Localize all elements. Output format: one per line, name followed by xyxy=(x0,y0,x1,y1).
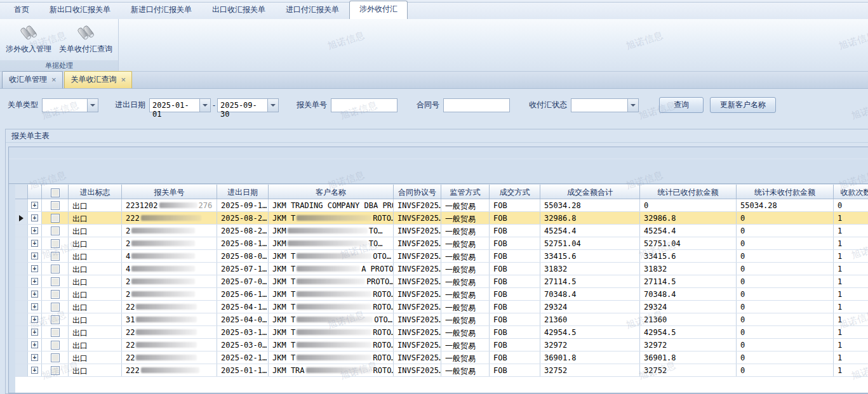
column-header-5[interactable]: 监管方式 xyxy=(441,185,490,199)
doc-tab-0[interactable]: 收汇单管理× xyxy=(2,71,63,88)
column-header-3[interactable]: 客户名称 xyxy=(269,185,394,199)
plus-box-icon[interactable]: + xyxy=(31,367,38,374)
checkbox-icon[interactable] xyxy=(51,265,60,273)
row-checkbox[interactable] xyxy=(42,250,69,262)
chevron-down-icon[interactable] xyxy=(87,99,98,112)
column-header-7[interactable]: 成交金额合计 xyxy=(540,185,640,199)
plus-box-icon[interactable]: + xyxy=(31,329,38,336)
row-checkbox[interactable] xyxy=(42,212,69,224)
row-checkbox[interactable] xyxy=(42,225,69,237)
row-checkbox[interactable] xyxy=(42,263,69,275)
row-expand-button[interactable]: + xyxy=(28,237,42,249)
table-row[interactable]: + 出口 222 2025-08-2… JKM TROTO… INVSF2025… xyxy=(15,212,868,225)
row-expand-button[interactable]: + xyxy=(28,301,42,313)
column-header-6[interactable]: 成交方式 xyxy=(490,185,540,199)
chevron-down-icon[interactable] xyxy=(267,99,278,112)
plus-box-icon[interactable]: + xyxy=(31,240,38,247)
chevron-down-icon[interactable] xyxy=(199,99,210,112)
checkbox-icon[interactable] xyxy=(51,239,60,248)
chevron-down-icon[interactable] xyxy=(627,99,638,112)
table-row[interactable]: + 出口 2 2025-07-0… JKM TPROTO… INVSF2025…… xyxy=(15,275,868,288)
column-header-0[interactable]: 进出标志 xyxy=(69,185,122,199)
row-checkbox[interactable] xyxy=(42,364,69,376)
checkbox-icon[interactable] xyxy=(51,315,60,324)
ribbon-tab-2[interactable]: 新进口付汇报关单 xyxy=(121,1,202,19)
row-expand-button[interactable]: + xyxy=(28,351,42,364)
table-row[interactable]: + 出口 22 2025-03-0… JKM TROTO… INVSF2025…… xyxy=(15,339,868,351)
row-expand-button[interactable]: + xyxy=(28,313,42,325)
plus-box-icon[interactable]: + xyxy=(31,202,38,209)
row-expand-button[interactable]: + xyxy=(28,288,42,300)
row-expand-button[interactable]: + xyxy=(28,212,42,224)
column-header-9[interactable]: 统计未收付款金额 xyxy=(737,185,834,199)
table-row[interactable]: + 出口 222 2025-01-1… JKM TRAROTO… INVSF20… xyxy=(15,364,868,377)
row-expand-button[interactable]: + xyxy=(28,275,42,287)
column-header-4[interactable]: 合同协议号 xyxy=(394,185,441,199)
close-icon[interactable]: × xyxy=(121,77,126,83)
checkbox-icon[interactable] xyxy=(51,328,60,337)
plus-box-icon[interactable]: + xyxy=(31,278,38,285)
checkbox-icon[interactable] xyxy=(51,290,60,299)
plus-box-icon[interactable]: + xyxy=(31,303,38,310)
table-row[interactable]: + 出口 2 2025-06-1… JKM TROTO… INVSF2025… … xyxy=(15,288,868,301)
column-header-8[interactable]: 统计已收付款金额 xyxy=(640,185,737,199)
search-button[interactable]: 查询 xyxy=(659,97,704,113)
checkbox-icon[interactable] xyxy=(51,353,60,362)
date-from-picker[interactable]: 2025-01-01 xyxy=(149,98,211,112)
plus-box-icon[interactable]: + xyxy=(31,253,38,259)
table-row[interactable]: + 出口 2 2025-08-2… JKMTO… INVSF2025… 一般贸易… xyxy=(15,225,868,237)
decl-no-input[interactable] xyxy=(331,98,397,112)
table-row[interactable]: + 出口 2 2025-08-1… JKMTO… INVSF2025… 一般贸易… xyxy=(15,237,868,250)
doc-tab-1[interactable]: 关单收汇查询× xyxy=(64,71,133,88)
checkbox-icon[interactable] xyxy=(51,277,60,286)
table-row[interactable]: + 出口 4 2025-07-1… JKM TA PROTO… INVSF202… xyxy=(15,263,868,275)
row-checkbox[interactable] xyxy=(42,313,69,325)
row-expand-button[interactable]: + xyxy=(28,250,42,262)
ribbon-tab-4[interactable]: 进口付汇报关单 xyxy=(276,1,349,19)
row-checkbox[interactable] xyxy=(42,275,69,287)
ribbon-button-0[interactable]: 涉外收入管理 xyxy=(3,22,54,60)
table-row[interactable]: + 出口 4 2025-08-0… JKM TOTO… INVSF2025… 一… xyxy=(15,250,868,263)
ribbon-tab-3[interactable]: 出口收汇报关单 xyxy=(202,1,276,19)
plus-box-icon[interactable]: + xyxy=(31,214,38,221)
plus-box-icon[interactable]: + xyxy=(31,316,38,323)
row-checkbox[interactable] xyxy=(42,351,69,364)
ribbon-tab-1[interactable]: 新出口收汇报关单 xyxy=(39,1,121,19)
row-expand-button[interactable]: + xyxy=(28,339,42,351)
update-client-name-button[interactable]: 更新客户名称 xyxy=(710,97,776,113)
plus-box-icon[interactable]: + xyxy=(31,227,38,234)
row-expand-button[interactable]: + xyxy=(28,364,42,376)
column-header-10[interactable]: 收款次数 xyxy=(834,185,868,199)
row-checkbox[interactable] xyxy=(42,339,69,351)
row-checkbox[interactable] xyxy=(42,199,69,211)
checkbox-icon[interactable] xyxy=(51,303,60,312)
payment-status-combobox[interactable] xyxy=(571,98,639,112)
table-row[interactable]: + 出口 31 2025-04-0… JKM TOTO… INVSF2025… … xyxy=(15,313,868,326)
row-checkbox[interactable] xyxy=(42,326,69,338)
table-row[interactable]: + 出口 22 2025-02-1… JKM TROTO… INVSF2025…… xyxy=(15,351,868,364)
row-checkbox[interactable] xyxy=(42,301,69,313)
checkbox-icon[interactable] xyxy=(51,341,60,350)
checkbox-icon[interactable] xyxy=(51,366,60,375)
column-header-2[interactable]: 进出日期 xyxy=(217,185,269,199)
ribbon-button-1[interactable]: 关单收付汇查询 xyxy=(57,22,115,60)
checkbox-icon[interactable] xyxy=(51,188,60,197)
plus-box-icon[interactable]: + xyxy=(31,341,38,348)
row-checkbox[interactable] xyxy=(42,237,69,249)
row-expand-button[interactable]: + xyxy=(28,263,42,275)
ribbon-tab-0[interactable]: 首页 xyxy=(4,1,39,19)
select-all-checkbox[interactable] xyxy=(42,185,69,199)
close-icon[interactable]: × xyxy=(51,77,57,83)
checkbox-icon[interactable] xyxy=(51,227,60,235)
column-header-1[interactable]: 报关单号 xyxy=(122,185,217,199)
table-row[interactable]: + 出口 2231202276 2025-09-1… JKM TRADING C… xyxy=(15,199,868,212)
decl-type-combobox[interactable] xyxy=(42,98,98,112)
plus-box-icon[interactable]: + xyxy=(31,265,38,272)
date-to-picker[interactable]: 2025-09-30 xyxy=(217,98,279,112)
row-expand-button[interactable]: + xyxy=(28,199,42,211)
table-row[interactable]: + 出口 22 2025-03-1… JKM TROTO… INVSF2025…… xyxy=(15,326,868,339)
row-expand-button[interactable]: + xyxy=(28,326,42,338)
checkbox-icon[interactable] xyxy=(51,252,60,261)
row-checkbox[interactable] xyxy=(42,288,69,300)
ribbon-tab-5[interactable]: 涉外收付汇 xyxy=(349,1,408,19)
